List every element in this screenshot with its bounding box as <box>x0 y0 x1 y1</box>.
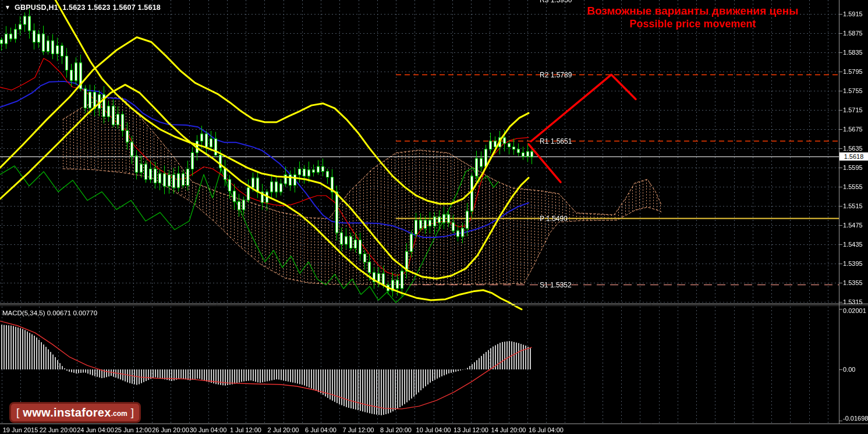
time-axis-label: 22 Jun 20:00 <box>40 426 77 433</box>
macd-tick-label: 0.02001 <box>843 307 866 314</box>
time-axis-label: 16 Jul 04:00 <box>529 426 564 433</box>
watermark-domain: www.instaforex <box>23 406 111 419</box>
current-price-badge: 1.5618 <box>839 152 868 161</box>
watermark-close-bracket: ] <box>131 406 134 419</box>
price-tick-label: 1.5715 <box>843 106 863 113</box>
price-tick-label: 1.5315 <box>843 298 863 305</box>
time-axis-label: 30 Jun 04:00 <box>190 426 227 433</box>
price-tick-label: 1.5395 <box>843 260 863 267</box>
time-axis-label: 10 Jul 04:00 <box>416 426 451 433</box>
price-tick-label: 1.5355 <box>843 279 863 286</box>
price-tick-label: 1.5755 <box>843 87 863 94</box>
time-axis-label: 1 Jul 12:00 <box>230 426 261 433</box>
time-axis-label: 25 Jun 12:00 <box>115 426 152 433</box>
chart-title: ▼GBPUSD,H1 1.5623 1.5623 1.5607 1.5618 <box>5 3 161 12</box>
price-chart-canvas[interactable] <box>0 0 868 434</box>
pivot-level-label: R1 1.5651 <box>540 137 572 145</box>
watermark-tld: .com <box>111 410 127 418</box>
time-axis-label: 8 Jul 20:00 <box>380 426 412 433</box>
time-axis-label: 14 Jul 20:00 <box>491 426 526 433</box>
watermark-open-bracket: [ <box>16 406 19 419</box>
chart-window: ▼GBPUSD,H1 1.5623 1.5623 1.5607 1.5618 В… <box>0 0 868 434</box>
price-tick-label: 1.5635 <box>843 145 863 152</box>
symbol-dropdown-icon[interactable]: ▼ <box>5 4 10 10</box>
time-axis-label: 19 Jun 2015 <box>3 426 38 433</box>
time-axis-label: 7 Jul 12:00 <box>343 426 374 433</box>
price-tick-label: 1.5595 <box>843 164 863 171</box>
pivot-level-label: R3 1.5950 <box>540 0 572 4</box>
macd-indicator-label: MACD(5,34,5) 0.00671 0.00770 <box>2 310 97 316</box>
price-tick-label: 1.5435 <box>843 241 863 248</box>
price-tick-label: 1.5515 <box>843 202 863 209</box>
time-axis-label: 6 Jul 04:00 <box>305 426 336 433</box>
macd-tick-label: 0.00 <box>843 366 855 373</box>
time-axis-label: 2 Jul 20:00 <box>268 426 299 433</box>
time-axis-label: 13 Jul 12:00 <box>454 426 488 433</box>
annotation-line-ru: Возможные варианты движения цены <box>587 5 798 17</box>
price-tick-label: 1.5555 <box>843 183 863 190</box>
price-tick-label: 1.5915 <box>843 10 863 17</box>
price-tick-label: 1.5835 <box>843 49 863 56</box>
pivot-level-label: S1 1.5352 <box>540 281 572 289</box>
price-tick-label: 1.5675 <box>843 126 863 133</box>
pivot-level-label: P 1.5490 <box>540 215 568 223</box>
instaforex-watermark: [ www.instaforex .com ] <box>9 402 141 423</box>
price-tick-label: 1.5875 <box>843 30 863 37</box>
time-axis-label: 26 Jun 20:00 <box>152 426 189 433</box>
price-tick-label: 1.5795 <box>843 68 863 75</box>
annotation-line-en: Possible price movement <box>629 18 756 30</box>
quote-ohlc-label: 1.5623 1.5623 1.5607 1.5618 <box>62 3 161 12</box>
price-tick-label: 1.5475 <box>843 222 863 229</box>
pivot-level-label: R2 1.5789 <box>540 71 572 79</box>
time-axis-label: 24 Jun 04:00 <box>77 426 114 433</box>
symbol-timeframe-label: GBPUSD,H1 <box>15 3 58 12</box>
macd-tick-label: -0.01698 <box>843 415 868 422</box>
